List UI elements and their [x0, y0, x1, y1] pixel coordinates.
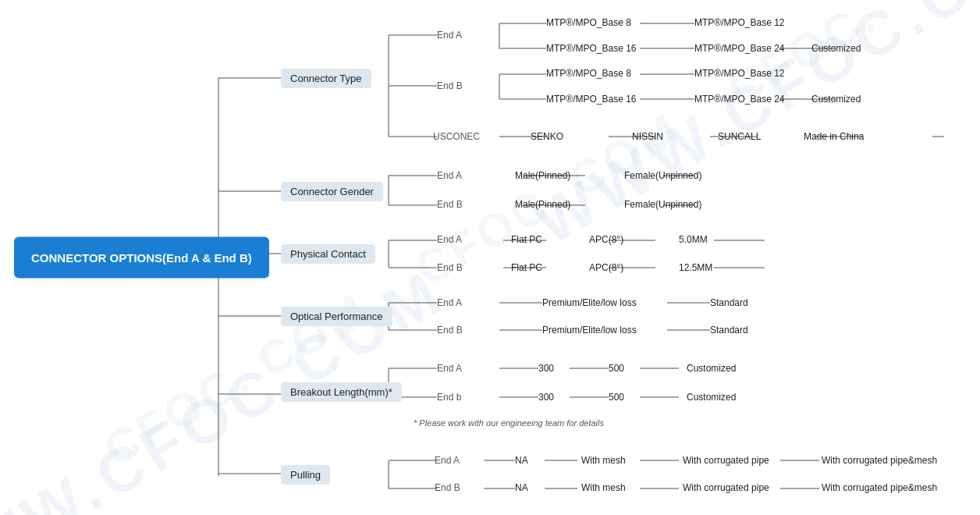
- bl-enda-label: End A: [437, 363, 462, 374]
- ct-nissin: NISSIN: [632, 131, 663, 142]
- op-enda-standard: Standard: [710, 297, 748, 308]
- pull-endb-na: NA: [515, 482, 528, 493]
- ct-suncall: SUNCALL: [718, 131, 761, 142]
- pc-enda-label: End A: [437, 234, 462, 245]
- ct-endb-custom: Customized: [811, 94, 861, 105]
- pc-endb-flatpc: Flat PC: [511, 262, 542, 273]
- optical-performance-node: Optical Performance: [281, 307, 392, 326]
- pc-endb-apc: APC(8°): [589, 262, 623, 273]
- cg-endb-male: Male(Pinned): [515, 199, 570, 210]
- op-enda-premium: Premium/Elite/low loss: [542, 297, 637, 308]
- ct-endb-mtp12: MTP®/MPO_Base 12: [694, 68, 785, 79]
- op-endb-standard: Standard: [710, 325, 748, 336]
- bl-endb-500: 500: [609, 392, 624, 403]
- breakout-length-node: Breakout Length(mm)*: [281, 382, 402, 402]
- bl-endb-custom: Customized: [687, 392, 736, 403]
- main-container: CONNECTOR OPTIONS(End A & End B): [0, 0, 980, 515]
- ct-endb-label: End B: [437, 80, 463, 91]
- ct-enda-label: End A: [437, 30, 462, 41]
- ct-endb-mtp8: MTP®/MPO_Base 8: [546, 68, 631, 79]
- ct-made-china: Made in China: [804, 131, 864, 142]
- pull-enda-both: With corrugated pipe&mesh: [822, 455, 937, 466]
- ct-usconec-label: USCONEC: [433, 131, 480, 142]
- ct-endb-mtp24: MTP®/MPO_Base 24: [694, 94, 785, 105]
- bl-note: * Please work with our engineeing team f…: [414, 418, 604, 428]
- ct-enda-mtp16: MTP®/MPO_Base 16: [546, 43, 637, 54]
- pc-endb-125mm: 12.5MM: [679, 262, 712, 273]
- pc-enda-flatpc: Flat PC: [511, 234, 542, 245]
- ct-enda-mtp8: MTP®/MPO_Base 8: [546, 17, 631, 28]
- op-endb-label: End B: [437, 325, 463, 336]
- pull-enda-mesh: With mesh: [581, 455, 626, 466]
- bl-enda-300: 300: [538, 363, 554, 374]
- cg-enda-male: Male(Pinned): [515, 170, 570, 181]
- ct-senko: SENKO: [531, 131, 563, 142]
- pull-enda-label: End A: [435, 455, 460, 466]
- pc-enda-5mm: 5.0MM: [679, 234, 708, 245]
- bl-endb-300: 300: [538, 392, 554, 403]
- op-enda-label: End A: [437, 297, 462, 308]
- physical-contact-node: Physical Contact: [281, 244, 375, 264]
- pull-endb-corrugated: With corrugated pipe: [683, 482, 769, 493]
- op-endb-premium: Premium/Elite/low loss: [542, 325, 637, 336]
- root-node: CONNECTOR OPTIONS(End A & End B): [14, 237, 269, 279]
- cg-endb-female: Female(Unpinned): [624, 199, 701, 210]
- pull-endb-both: With corrugated pipe&mesh: [822, 482, 937, 493]
- ct-enda-custom: Customized: [811, 43, 861, 54]
- pc-enda-apc: APC(8°): [589, 234, 623, 245]
- pulling-node: Pulling: [281, 465, 330, 485]
- connector-gender-node: Connector Gender: [281, 182, 383, 201]
- pull-endb-mesh: With mesh: [581, 482, 626, 493]
- bl-enda-500: 500: [609, 363, 624, 374]
- bl-enda-custom: Customized: [687, 363, 736, 374]
- ct-enda-mtp12: MTP®/MPO_Base 12: [694, 17, 785, 28]
- pull-enda-na: NA: [515, 455, 528, 466]
- bl-endb-label: End b: [437, 392, 461, 403]
- connector-type-node: Connector Type: [281, 69, 371, 88]
- pc-endb-label: End B: [437, 262, 463, 273]
- pull-enda-corrugated: With corrugated pipe: [683, 455, 769, 466]
- cg-enda-label: End A: [437, 170, 462, 181]
- ct-enda-mtp24: MTP®/MPO_Base 24: [694, 43, 785, 54]
- cg-endb-label: End B: [437, 199, 463, 210]
- cg-enda-female: Female(Unpinned): [624, 170, 701, 181]
- ct-endb-mtp16: MTP®/MPO_Base 16: [546, 94, 637, 105]
- pull-endb-label: End B: [435, 482, 460, 493]
